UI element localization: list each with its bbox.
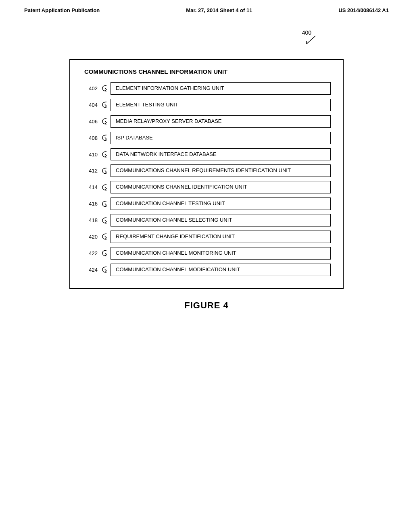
list-item: 408 ISP DATABASE: [82, 132, 331, 144]
item-number-422: 422: [82, 250, 99, 256]
header-right: US 2014/0086142 A1: [338, 7, 389, 13]
arrow-connector-402: [99, 85, 108, 92]
header-left: Patent Application Publication: [24, 7, 100, 13]
list-item: 424 COMMUNICATION CHANNEL MODIFICATION U…: [82, 264, 331, 276]
arrow-connector-406: [99, 118, 108, 125]
item-label-408: ISP DATABASE: [111, 132, 331, 144]
arrow-connector-416: [99, 200, 108, 208]
list-item: 410 DATA NETWORK INTERFACE DATABASE: [82, 148, 331, 161]
item-number-412: 412: [82, 168, 99, 174]
item-label-410: DATA NETWORK INTERFACE DATABASE: [111, 148, 331, 161]
item-number-424: 424: [82, 267, 99, 273]
item-label-402: ELEMENT INFORMATION GATHERING UNIT: [111, 82, 331, 95]
item-label-404: ELEMENT TESTING UNIT: [111, 99, 331, 111]
outer-box-title: COMMUNICTIONS CHANNEL INFORMATION UNIT: [82, 68, 331, 75]
item-label-422: COMMUNICATION CHANNEL MONITORING UNIT: [111, 247, 331, 260]
list-item: 404 ELEMENT TESTING UNIT: [82, 99, 331, 111]
item-label-412: COMMUNICATIONS CHANNEL REQUIREMENTS IDEN…: [111, 164, 331, 177]
item-label-416: COMMUNICATION CHANNEL TESTING UNIT: [111, 197, 331, 210]
item-number-420: 420: [82, 234, 99, 240]
list-item: 406 MEDIA RELAY/PROXY SERVER DATABASE: [82, 115, 331, 128]
item-number-402: 402: [82, 85, 99, 91]
item-label-406: MEDIA RELAY/PROXY SERVER DATABASE: [111, 115, 331, 128]
arrow-connector-412: [99, 167, 108, 175]
arrow-connector-408: [99, 134, 108, 141]
item-number-410: 410: [82, 152, 99, 158]
item-number-414: 414: [82, 184, 99, 190]
arrow-connector-424: [99, 266, 108, 273]
item-number-408: 408: [82, 135, 99, 141]
svg-line-0: [307, 36, 315, 44]
item-number-406: 406: [82, 118, 99, 125]
arrow-connector-404: [99, 101, 108, 108]
item-label-420: REQUIREMENT CHANGE IDENTIFICATION UNIT: [111, 231, 331, 243]
list-item: 418 COMMUNICATION CHANNEL SELECTING UNIT: [82, 214, 331, 227]
header-middle: Mar. 27, 2014 Sheet 4 of 11: [186, 7, 252, 13]
figure-caption: FIGURE 4: [184, 300, 228, 311]
arrow-connector-422: [99, 249, 108, 257]
list-item: 412 COMMUNICATIONS CHANNEL REQUIREMENTS …: [82, 164, 331, 177]
list-item: 402 ELEMENT INFORMATION GATHERING UNIT: [82, 82, 331, 95]
list-item: 422 COMMUNICATION CHANNEL MONITORING UNI…: [82, 247, 331, 260]
arrow-connector-410: [99, 151, 108, 158]
callout-area: 400: [69, 29, 344, 47]
item-label-418: COMMUNICATION CHANNEL SELECTING UNIT: [111, 214, 331, 227]
item-number-418: 418: [82, 217, 99, 223]
callout-arrow: [303, 35, 319, 46]
main-content: 400 COMMUNICTIONS CHANNEL INFORMATION UN…: [0, 17, 413, 319]
arrow-connector-414: [99, 184, 108, 191]
arrow-connector-420: [99, 233, 108, 240]
arrow-connector-418: [99, 217, 108, 224]
list-item: 420 REQUIREMENT CHANGE IDENTIFICATION UN…: [82, 231, 331, 243]
item-number-404: 404: [82, 102, 99, 108]
list-item: 416 COMMUNICATION CHANNEL TESTING UNIT: [82, 197, 331, 210]
item-number-416: 416: [82, 201, 99, 207]
list-item: 414 COMMUNICATIONS CHANNEL IDENTIFICATIO…: [82, 181, 331, 193]
page-header: Patent Application Publication Mar. 27, …: [0, 0, 413, 17]
item-label-414: COMMUNICATIONS CHANNEL IDENTIFICATION UN…: [111, 181, 331, 193]
item-label-424: COMMUNICATION CHANNEL MODIFICATION UNIT: [111, 264, 331, 276]
items-container: 402 ELEMENT INFORMATION GATHERING UNIT40…: [82, 82, 331, 276]
outer-box: COMMUNICTIONS CHANNEL INFORMATION UNIT 4…: [69, 59, 344, 289]
